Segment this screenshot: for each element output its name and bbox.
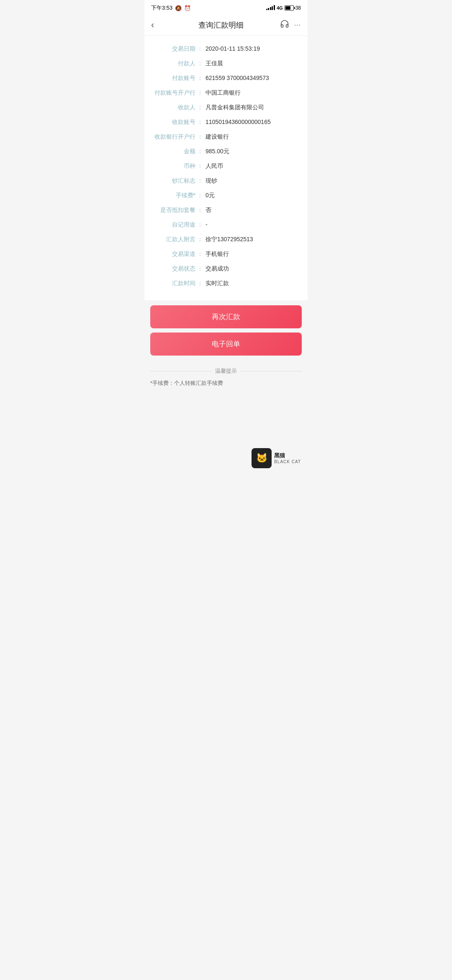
detail-colon: ： (197, 235, 203, 244)
detail-row: 交易渠道：手机银行 (151, 250, 301, 258)
detail-value: 手机银行 (205, 250, 301, 258)
detail-label: 金额 (151, 147, 197, 156)
battery-indicator (285, 5, 294, 11)
detail-row: 收款人：凡普金科集团有限公司 (151, 103, 301, 112)
detail-row: 手续费*：0元 (151, 191, 301, 200)
detail-row: 汇款时间：实时汇款 (151, 279, 301, 288)
detail-label: 交易渠道 (151, 250, 197, 258)
detail-colon: ： (197, 59, 203, 68)
tips-title: 温馨提示 (215, 367, 237, 375)
e-receipt-button[interactable]: 电子回单 (150, 333, 302, 356)
status-bar: 下午3:53 🔕 ⏰ 4G 38 (144, 0, 308, 14)
main-content: 交易日期：2020-01-11 15:53:19付款人：王佳晨付款账号：6215… (144, 36, 308, 300)
detail-row: 是否抵扣套餐：否 (151, 206, 301, 214)
detail-value: 徐宁13072952513 (205, 235, 301, 244)
detail-label: 手续费* (151, 191, 197, 200)
detail-row: 币种：人民币 (151, 162, 301, 170)
blackcat-subtitle: BLACK CAT (274, 459, 301, 464)
detail-value: 2020-01-11 15:53:19 (205, 44, 301, 53)
detail-colon: ： (197, 176, 203, 185)
detail-label: 自记用途 (151, 220, 197, 229)
detail-row: 付款账号：621559 3700004349573 (151, 74, 301, 83)
detail-row: 交易状态：交易成功 (151, 264, 301, 273)
alarm-icon: ⏰ (184, 5, 191, 11)
detail-colon: ： (197, 147, 203, 156)
detail-value: 建设银行 (205, 132, 301, 141)
detail-label: 汇款时间 (151, 279, 197, 288)
detail-colon: ： (197, 220, 203, 229)
time-display: 下午3:53 (151, 4, 172, 12)
detail-value: 交易成功 (205, 264, 301, 273)
detail-value: 王佳晨 (205, 59, 301, 68)
detail-label: 交易日期 (151, 44, 197, 53)
detail-value: 否 (205, 206, 301, 214)
detail-row: 交易日期：2020-01-11 15:53:19 (151, 44, 301, 53)
back-button[interactable]: ‹ (151, 20, 166, 31)
detail-value: 实时汇款 (205, 279, 301, 288)
detail-colon: ： (197, 264, 203, 273)
blackcat-icon: 🐱 (252, 448, 272, 468)
detail-value: 人民币 (205, 162, 301, 170)
detail-row: 汇款人附言：徐宁13072952513 (151, 235, 301, 244)
blackcat-text: 黑猫 BLACK CAT (274, 452, 301, 464)
detail-label: 交易状态 (151, 264, 197, 273)
detail-value: 985.00元 (205, 147, 301, 156)
detail-value: 凡普金科集团有限公司 (205, 103, 301, 112)
tips-line-left (150, 371, 212, 371)
detail-row: 自记用途：- (151, 220, 301, 229)
detail-colon: ： (197, 279, 203, 288)
detail-list: 交易日期：2020-01-11 15:53:19付款人：王佳晨付款账号：6215… (151, 44, 301, 288)
button-area: 再次汇款 电子回单 (144, 300, 308, 361)
detail-value: 现钞 (205, 176, 301, 185)
tips-line-right (240, 371, 302, 371)
detail-colon: ： (197, 118, 203, 126)
status-left: 下午3:53 🔕 ⏰ (151, 4, 191, 12)
detail-label: 收款人 (151, 103, 197, 112)
detail-row: 金额：985.00元 (151, 147, 301, 156)
detail-row: 付款账号开户行：中国工商银行 (151, 88, 301, 97)
detail-colon: ： (197, 74, 203, 83)
battery-level: 38 (295, 5, 301, 11)
detail-label: 是否抵扣套餐 (151, 206, 197, 214)
status-right: 4G 38 (266, 5, 301, 11)
detail-colon: ： (197, 44, 203, 53)
detail-colon: ： (197, 162, 203, 170)
detail-value: 0元 (205, 191, 301, 200)
detail-colon: ： (197, 103, 203, 112)
detail-row: 钞汇标志：现钞 (151, 176, 301, 185)
network-type: 4G (277, 5, 283, 10)
detail-row: 收款账号：11050194360000000165 (151, 118, 301, 126)
detail-label: 汇款人附言 (151, 235, 197, 244)
nav-actions: ··· (276, 19, 301, 31)
detail-colon: ： (197, 88, 203, 97)
detail-row: 付款人：王佳晨 (151, 59, 301, 68)
detail-value: 中国工商银行 (205, 88, 301, 97)
detail-label: 收款账号 (151, 118, 197, 126)
detail-label: 钞汇标志 (151, 176, 197, 185)
signal-icon (266, 5, 275, 11)
detail-row: 收款银行开户行：建设银行 (151, 132, 301, 141)
blackcat-name: 黑猫 (274, 452, 301, 459)
detail-label: 币种 (151, 162, 197, 170)
mute-icon: 🔕 (175, 5, 182, 11)
more-icon[interactable]: ··· (294, 21, 301, 29)
detail-label: 付款人 (151, 59, 197, 68)
detail-label: 付款账号开户行 (151, 88, 197, 97)
detail-colon: ： (197, 206, 203, 214)
detail-colon: ： (197, 250, 203, 258)
headset-icon[interactable] (280, 19, 289, 31)
detail-value: 621559 3700004349573 (205, 74, 301, 83)
detail-colon: ： (197, 191, 203, 200)
detail-value: 11050194360000000165 (205, 118, 301, 126)
tips-divider-row: 温馨提示 (150, 367, 302, 375)
tips-section: 温馨提示 *手续费：个人转账汇款手续费 (144, 361, 308, 393)
detail-label: 付款账号 (151, 74, 197, 83)
detail-label: 收款银行开户行 (151, 132, 197, 141)
watermark-area: 🐱 黑猫 BLACK CAT (144, 393, 308, 477)
detail-value: - (205, 220, 301, 229)
remit-again-button[interactable]: 再次汇款 (150, 305, 302, 328)
tips-content: *手续费：个人转账汇款手续费 (150, 379, 302, 388)
nav-bar: ‹ 查询汇款明细 ··· (144, 14, 308, 36)
blackcat-logo: 🐱 黑猫 BLACK CAT (252, 448, 301, 468)
detail-colon: ： (197, 132, 203, 141)
